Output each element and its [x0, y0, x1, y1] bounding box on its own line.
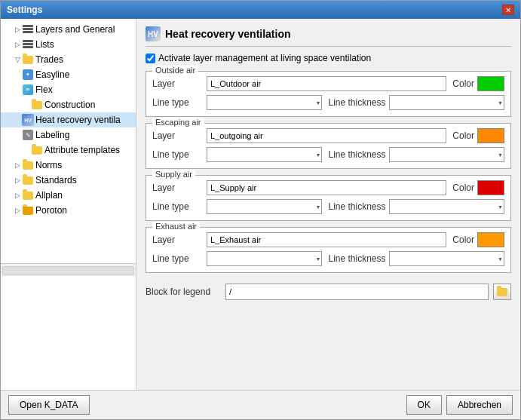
bottom-right-buttons: OK Abbrechen — [406, 395, 513, 415]
sidebar-item-trades[interactable]: ▽ Trades — [1, 52, 136, 67]
sidebar-item-easyline[interactable]: ✦ Easyline — [1, 67, 136, 82]
sidebar-item-standards[interactable]: ▷ Standards — [1, 173, 136, 188]
layer-label-3: Layer — [152, 235, 204, 245]
sidebar-item-attribute-templates[interactable]: Attribute templates — [1, 143, 136, 158]
supply-air-color-swatch[interactable] — [477, 180, 504, 195]
title-bar: Settings ✕ — [1, 1, 520, 19]
escaping-air-layer-row: Layer Color — [152, 128, 504, 143]
arrow-icon: ▷ — [13, 206, 22, 215]
linetype-label-3: Line type — [152, 253, 204, 264]
exhaust-air-linetype-select[interactable] — [207, 251, 322, 266]
window-title: Settings — [7, 5, 42, 15]
sidebar-scrollbar[interactable] — [1, 263, 136, 277]
layers-icon — [22, 23, 34, 35]
supply-air-linetype-select[interactable] — [207, 199, 322, 214]
layer-label-1: Layer — [152, 130, 204, 141]
linetype-label-0: Line type — [152, 97, 204, 108]
sidebar-label-labeling: Labeling — [35, 130, 69, 140]
escaping-air-linetype-select-wrapper — [207, 147, 322, 162]
exhaust-air-color-swatch[interactable] — [477, 232, 504, 247]
folder-icon — [22, 159, 34, 171]
escaping-air-color-swatch[interactable] — [477, 128, 504, 143]
sidebar-item-construction[interactable]: Construction — [1, 97, 136, 112]
supply-air-layer-row: Layer Color — [152, 180, 504, 195]
escaping-air-layer-input[interactable] — [207, 128, 446, 143]
cancel-button[interactable]: Abbrechen — [446, 395, 513, 415]
linetype-label-2: Line type — [152, 201, 204, 212]
sidebar-item-norms[interactable]: ▷ Norms — [1, 158, 136, 173]
sidebar-item-flex[interactable]: ≋ Flex — [1, 82, 136, 97]
escaping-air-section: Escaping air Layer Color Line type Line … — [146, 123, 511, 169]
sidebar-label-allplan: Allplan — [35, 190, 63, 201]
layers-icon — [22, 38, 34, 51]
exhaust-air-thickness-select-wrapper — [389, 251, 504, 266]
escaping-air-linetype-row: Line type Line thickness — [152, 147, 504, 162]
outside-air-linetype-select-wrapper — [207, 95, 322, 110]
activate-checkbox-row: Activate layer management at living spac… — [146, 53, 511, 63]
sidebar-item-lists[interactable]: ▷ Lists — [1, 37, 136, 52]
folder-icon — [22, 204, 34, 216]
horizontal-scrollbar[interactable] — [2, 266, 134, 275]
folder-icon — [22, 54, 34, 66]
linetype-label-1: Line type — [152, 149, 204, 160]
sidebar-item-poroton[interactable]: ▷ Poroton — [1, 203, 136, 218]
sidebar-label-flex: Flex — [35, 84, 53, 95]
exhaust-air-label: Exhaust air — [152, 222, 200, 231]
folder-icon — [22, 189, 34, 201]
outside-air-layer-input[interactable] — [207, 76, 446, 91]
exhaust-air-linetype-select-wrapper — [207, 251, 322, 266]
panel-header-icon: HV — [146, 26, 161, 41]
close-button[interactable]: ✕ — [502, 5, 514, 15]
supply-air-layer-input[interactable] — [207, 180, 446, 195]
outside-air-linetype-select[interactable] — [207, 95, 322, 110]
sidebar-label-trades: Trades — [35, 54, 63, 65]
arrow-icon: ▽ — [13, 55, 22, 64]
label-icon: ✎ — [22, 129, 34, 141]
ok-button[interactable]: OK — [406, 395, 442, 415]
outside-air-thickness-select[interactable] — [389, 95, 504, 110]
folder-icon — [31, 144, 43, 156]
color-label-1: Color — [452, 130, 474, 141]
sidebar-label-norms: Norms — [35, 160, 62, 170]
sidebar: ▷ Layers and General ▷ Lists ▽ — [1, 19, 136, 390]
activate-checkbox-label: Activate layer management at living spac… — [158, 53, 371, 63]
exhaust-air-layer-input[interactable] — [207, 232, 446, 247]
escaping-air-thickness-select[interactable] — [389, 147, 504, 162]
sidebar-label-heat-recovery: Heat recovery ventila — [35, 115, 121, 125]
sidebar-label-easyline: Easyline — [35, 69, 69, 80]
line-thickness-label-2: Line thickness — [328, 201, 385, 212]
bottom-left-buttons: Open K_DATA — [8, 395, 90, 415]
supply-air-label: Supply air — [152, 170, 195, 179]
sidebar-label-lists: Lists — [35, 39, 54, 50]
sidebar-label-layers: Layers and General — [35, 24, 115, 35]
open-k-data-button[interactable]: Open K_DATA — [8, 395, 90, 415]
block-legend-row: Block for legend — [146, 284, 511, 300]
sidebar-item-allplan[interactable]: ▷ Allplan — [1, 188, 136, 203]
sidebar-item-layers[interactable]: ▷ Layers and General — [1, 22, 136, 37]
sidebar-item-heat-recovery[interactable]: HV Heat recovery ventila — [1, 112, 136, 127]
escaping-air-linetype-select[interactable] — [207, 147, 322, 162]
layer-label-0: Layer — [152, 78, 204, 89]
easyline-icon: ✦ — [22, 69, 34, 81]
supply-air-thickness-select[interactable] — [389, 199, 504, 214]
block-legend-folder-button[interactable] — [493, 284, 511, 300]
sidebar-item-labeling[interactable]: ✎ Labeling — [1, 127, 136, 143]
outside-air-thickness-select-wrapper — [389, 95, 504, 110]
folder-icon — [22, 174, 34, 186]
color-label-0: Color — [452, 78, 474, 89]
exhaust-air-thickness-select[interactable] — [389, 251, 504, 266]
activate-checkbox[interactable] — [146, 54, 155, 63]
escaping-air-label: Escaping air — [152, 118, 204, 127]
line-thickness-label-0: Line thickness — [328, 97, 385, 108]
color-label-2: Color — [452, 182, 474, 193]
outside-air-color-swatch[interactable] — [477, 76, 504, 91]
hvac-icon: HV — [22, 114, 34, 126]
sidebar-label-poroton: Poroton — [35, 205, 67, 216]
outside-air-linetype-row: Line type Line thickness — [152, 95, 504, 110]
panel-header: HV Heat recovery ventilation — [146, 26, 511, 47]
folder-button-icon — [497, 288, 507, 296]
right-panel: HV Heat recovery ventilation Activate la… — [136, 19, 520, 390]
block-legend-input[interactable] — [225, 284, 489, 300]
arrow-icon: ▷ — [13, 40, 22, 49]
sidebar-label-standards: Standards — [35, 175, 77, 185]
